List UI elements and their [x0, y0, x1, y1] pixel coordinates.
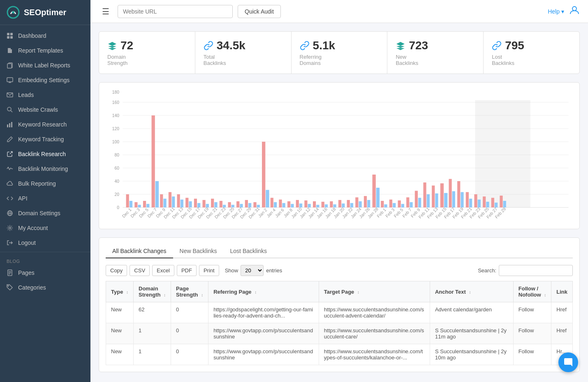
sidebar-item-dashboard[interactable]: Dashboard [0, 28, 90, 43]
svg-rect-102 [376, 188, 380, 207]
cell-referring-page[interactable]: https://godspacelight.com/getting-our-fa… [208, 302, 319, 323]
sidebar-label-pages: Pages [18, 269, 35, 276]
svg-rect-54 [172, 196, 175, 207]
sidebar-item-categories[interactable]: Categories [0, 280, 90, 295]
cell-type: New [106, 323, 134, 344]
svg-rect-10 [7, 124, 8, 127]
svg-rect-12 [11, 122, 12, 127]
url-input[interactable] [118, 5, 233, 18]
sidebar-divider [0, 252, 90, 252]
pdf-button[interactable]: PDF [177, 265, 197, 276]
svg-rect-118 [444, 193, 447, 207]
cell-referring-page[interactable]: https://www.govtapp.com/p/succulentsands… [208, 323, 319, 344]
sidebar-label-leads: Leads [18, 92, 34, 98]
cell-anchor-text: S Succulentsandsunshine | 2y 11m ago [430, 323, 513, 344]
svg-rect-91 [330, 201, 333, 207]
cell-follow: Follow [513, 344, 551, 365]
print-button[interactable]: Print [199, 265, 219, 276]
col-domain-strength: DomainStrength ↕ [134, 281, 171, 302]
excel-button[interactable]: Excel [152, 265, 174, 276]
svg-rect-80 [282, 203, 285, 207]
sidebar-item-website-crawls[interactable]: Website Crawls [0, 102, 90, 117]
svg-rect-131 [500, 196, 502, 207]
svg-rect-3 [10, 33, 13, 35]
cell-target-page[interactable]: https://www.succulentsandsunshine.com/su… [319, 302, 430, 323]
sidebar-item-backlink-research[interactable]: Backlink Research [0, 147, 90, 161]
sidebar-item-report-templates[interactable]: Report Templates [0, 43, 90, 58]
search-label: Search: [478, 267, 496, 274]
svg-text:Jan 4: Jan 4 [266, 207, 277, 218]
search-input[interactable] [499, 265, 573, 276]
chat-button[interactable] [558, 352, 578, 372]
logout-icon [7, 239, 13, 246]
sidebar-item-white-label[interactable]: White Label Reports [0, 58, 90, 73]
sidebar-item-backlink-monitoring[interactable]: Backlink Monitoring [0, 161, 90, 176]
sidebar-item-keyword-research[interactable]: Keyword Research [0, 117, 90, 132]
tag-icon [7, 284, 13, 291]
svg-rect-55 [177, 194, 180, 207]
link-icon-1 [204, 41, 213, 51]
entries-select[interactable]: 20 50 100 [241, 265, 264, 276]
sidebar-item-embedding[interactable]: Embedding Settings [0, 73, 90, 87]
table-controls: Copy CSV Excel PDF Print Show 20 50 100 … [106, 265, 573, 276]
link-icon-2 [300, 41, 310, 51]
sidebar-item-bulk-reporting[interactable]: Bulk Reporting [0, 176, 90, 191]
svg-rect-121 [457, 181, 460, 207]
svg-rect-46 [138, 205, 141, 207]
sidebar-label-backlink-research: Backlink Research [18, 151, 66, 157]
sidebar-item-logout[interactable]: Logout [0, 235, 90, 250]
tab-all-backlinks[interactable]: All Backlink Changes [106, 244, 173, 258]
svg-rect-119 [449, 179, 451, 207]
svg-rect-106 [393, 203, 396, 207]
sidebar-item-domain-settings[interactable]: Domain Settings [0, 206, 90, 221]
tab-new-backlinks[interactable]: New Backlinks [173, 244, 224, 258]
backlinks-chart: 0 20 40 60 80 100 120 140 160 180 [106, 89, 573, 221]
stat-lost-backlinks-label: LostBacklinks [492, 54, 571, 66]
chart-container: 0 20 40 60 80 100 120 140 160 180 [99, 82, 580, 229]
svg-rect-89 [322, 202, 324, 207]
svg-rect-50 [155, 181, 159, 207]
quick-audit-button[interactable]: Quick Audit [238, 5, 281, 18]
backlink-table-section: All Backlink Changes New Backlinks Lost … [99, 237, 580, 372]
svg-rect-108 [401, 204, 404, 207]
cell-link: Href [551, 323, 573, 344]
link-icon-3 [492, 41, 502, 51]
svg-rect-69 [236, 201, 239, 207]
menu-button[interactable]: ☰ [99, 5, 113, 18]
svg-rect-109 [406, 197, 409, 207]
settings-icon [7, 225, 13, 231]
svg-rect-11 [9, 123, 10, 127]
logo-icon [7, 6, 20, 19]
copy-icon [7, 62, 13, 69]
csv-button[interactable]: CSV [130, 265, 150, 276]
sidebar-item-keyword-tracking[interactable]: Keyword Tracking [0, 132, 90, 147]
svg-text:180: 180 [112, 90, 119, 94]
cell-follow: Follow [513, 323, 551, 344]
cell-target-page[interactable]: https://www.succulentsandsunshine.com/su… [319, 323, 430, 344]
col-anchor-text: Anchor Text ↕ [430, 281, 513, 302]
sidebar-item-leads[interactable]: Leads [0, 87, 90, 102]
help-button[interactable]: Help ▾ [548, 8, 564, 15]
svg-rect-97 [355, 197, 358, 207]
svg-text:160: 160 [112, 100, 119, 105]
sidebar-label-dashboard: Dashboard [18, 32, 46, 39]
sidebar-item-pages[interactable]: Pages [0, 265, 90, 280]
tab-lost-backlinks[interactable]: Lost Backlinks [224, 244, 273, 258]
external-link-icon [7, 151, 13, 157]
svg-rect-112 [418, 198, 421, 207]
sidebar-item-api[interactable]: API [0, 191, 90, 206]
svg-rect-83 [296, 200, 299, 207]
svg-rect-123 [466, 192, 469, 207]
cell-link: Href [551, 302, 573, 323]
svg-point-21 [8, 285, 9, 286]
sidebar-label-website-crawls: Website Crawls [18, 106, 58, 113]
copy-button[interactable]: Copy [106, 265, 127, 276]
svg-point-16 [9, 227, 11, 229]
cell-referring-page[interactable]: https://www.govtapp.com/p/succulentsands… [208, 344, 319, 365]
table-row: New 1 0 https://www.govtapp.com/p/succul… [106, 344, 573, 365]
svg-rect-104 [384, 205, 387, 207]
sidebar-item-my-account[interactable]: My Account [0, 221, 90, 235]
user-icon-button[interactable] [569, 5, 580, 18]
cell-target-page[interactable]: https://www.succulentsandsunshine.com/ty… [319, 344, 430, 365]
svg-rect-93 [338, 200, 341, 207]
